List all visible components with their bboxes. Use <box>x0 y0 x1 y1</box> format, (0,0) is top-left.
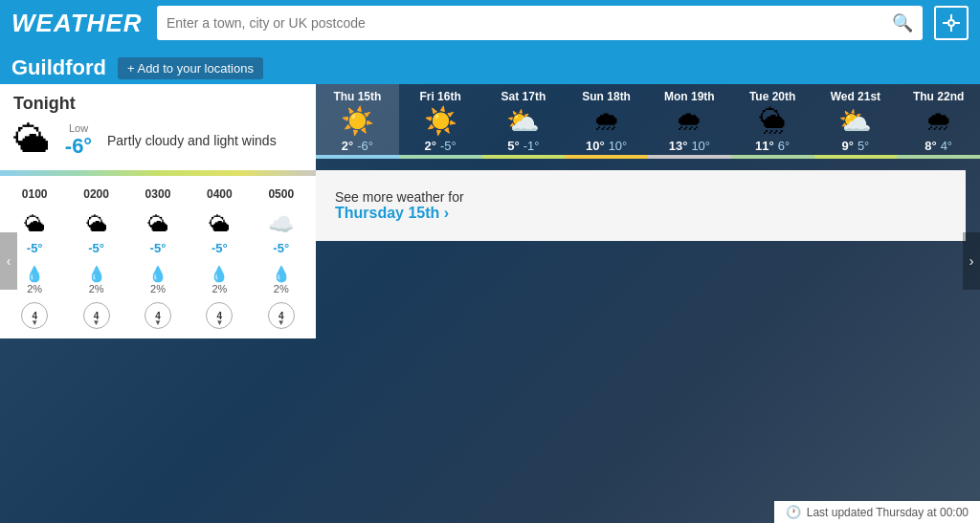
day-label-thu22: Thu 22nd <box>913 90 964 103</box>
day-icon-thu22: 🌧 <box>925 105 952 137</box>
time-0500: 0500 <box>256 187 306 201</box>
precip-pct-3: 2% <box>194 283 244 294</box>
wind-4: 4 ▼ <box>256 302 306 329</box>
precip-pct-4: 2% <box>256 283 306 294</box>
search-button[interactable]: 🔍 <box>892 12 913 33</box>
day-wed21[interactable]: Wed 21st ⛅ 9° 5° <box>814 84 898 159</box>
day-temps-sat17: 5° -1° <box>507 139 539 153</box>
tonight-body: 🌥 Low -6° Partly cloudy and light winds <box>13 120 302 161</box>
tonight-title: Tonight <box>13 94 302 114</box>
wind-3: 4 ▼ <box>194 302 244 329</box>
day-label-mon19: Mon 19th <box>664 90 715 103</box>
precip-icon-3: 💧 <box>194 265 244 283</box>
day-temps-mon19: 13° 10° <box>669 139 710 153</box>
day-sun18[interactable]: Sun 18th 🌧 10° 10° <box>565 84 648 159</box>
day-low-sun18: 10° <box>609 139 628 153</box>
precip-icon-2: 💧 <box>133 265 183 283</box>
search-input[interactable] <box>167 15 892 31</box>
low-label: Low <box>69 122 88 134</box>
day-fri16[interactable]: Fri 16th ☀️ 2° -5° <box>399 84 482 159</box>
search-bar: 🔍 <box>157 6 923 40</box>
add-location-button[interactable]: + Add to your locations <box>118 57 263 79</box>
day-high-sat17: 5° <box>507 139 519 153</box>
prev-arrow-button[interactable]: ‹ <box>0 232 17 290</box>
tonight-temp: Low -6° <box>59 122 98 159</box>
hourly-temp-3: -5° <box>194 241 244 255</box>
hourly-temp-1: -5° <box>72 241 122 255</box>
hourly-temp-2: -5° <box>133 241 183 255</box>
left-panel: Tonight 🌥 Low -6° Partly cloudy and ligh… <box>0 84 321 523</box>
main-content: Tonight 🌥 Low -6° Partly cloudy and ligh… <box>0 84 980 523</box>
next-arrow-button[interactable]: › <box>963 232 980 290</box>
hourly-icon-2: 🌥 <box>133 212 183 237</box>
wind-arrow-3: ▼ <box>215 318 223 327</box>
day-low-tue20: 6° <box>778 139 790 153</box>
see-more-panel: See more weather for Thursday 15th › <box>316 170 966 241</box>
hourly-temps-row: -5° -5° -5° -5° -5° <box>0 239 316 257</box>
crosshair-icon <box>942 13 961 33</box>
precip-icon-4: 💧 <box>256 265 306 283</box>
day-temps-tue20: 11° 6° <box>755 139 790 153</box>
location-name: Guildford <box>11 55 106 80</box>
day-bar-sat17 <box>482 155 566 159</box>
status-bar: 🕐 Last updated Thursday at 00:00 <box>774 501 980 523</box>
hourly-precip-row: 💧 2% 💧 2% 💧 2% 💧 2% 💧 2% <box>0 257 316 296</box>
day-mon19[interactable]: Mon 19th 🌧 13° 10° <box>648 84 731 159</box>
day-thu22[interactable]: Thu 22nd 🌧 8° 4° <box>897 84 980 159</box>
wind-arrow-0: ▼ <box>31 318 38 327</box>
day-temps-fri16: 2° -5° <box>425 139 457 153</box>
day-icon-fri16: ☀️ <box>424 105 457 137</box>
day-low-sat17: -1° <box>523 139 540 153</box>
time-0400: 0400 <box>194 187 244 201</box>
precip-1: 💧 2% <box>72 265 122 294</box>
day-icon-mon19: 🌧 <box>676 105 702 137</box>
day-temps-wed21: 9° 5° <box>841 139 869 153</box>
day-low-wed21: 5° <box>858 139 869 153</box>
day-high-thu15: 2° <box>342 139 353 153</box>
day-low-thu15: -6° <box>357 139 373 153</box>
wind-2: 4 ▼ <box>133 302 183 329</box>
day-label-tue20: Tue 20th <box>749 90 795 103</box>
hourly-wind-row: 4 ▼ 4 ▼ 4 ▼ <box>0 296 316 331</box>
day-low-fri16: -5° <box>440 139 457 153</box>
tonight-card: Tonight 🌥 Low -6° Partly cloudy and ligh… <box>0 84 316 170</box>
wind-1: 4 ▼ <box>72 302 122 329</box>
day-bar-wed21 <box>814 155 898 159</box>
last-updated-text: Last updated Thursday at 00:00 <box>807 506 969 519</box>
precip-2: 💧 2% <box>133 265 183 294</box>
see-more-text: See more weather for <box>335 189 947 205</box>
day-high-thu22: 8° <box>924 139 936 153</box>
day-label-fri16: Fri 16th <box>419 90 460 103</box>
day-low-mon19: 10° <box>691 139 710 153</box>
wind-circle-1: 4 ▼ <box>83 302 110 329</box>
day-temps-sun18: 10° 10° <box>586 139 627 153</box>
see-more-link[interactable]: Thursday 15th › <box>335 205 947 222</box>
day-strip: Thu 15th ☀️ 2° -6° Fri 16th ☀️ 2° -5° Sa… <box>316 84 980 159</box>
day-high-fri16: 2° <box>425 139 436 153</box>
wind-circle-4: 4 ▼ <box>268 302 295 329</box>
time-0300: 0300 <box>133 187 183 201</box>
time-0200: 0200 <box>72 187 122 201</box>
day-temps-thu22: 8° 4° <box>924 139 952 153</box>
day-icon-sat17: ⛅ <box>506 105 540 137</box>
wind-arrow-1: ▼ <box>93 318 100 327</box>
day-thu15[interactable]: Thu 15th ☀️ 2° -6° <box>316 84 399 159</box>
time-0100: 0100 <box>10 187 59 201</box>
hourly-icons-row: 🌥 🌥 🌥 🌥 ☁️ <box>0 205 316 239</box>
day-icon-thu15: ☀️ <box>341 105 374 137</box>
hourly-times-row: 0100 0200 0300 0400 0500 <box>0 184 316 205</box>
precip-3: 💧 2% <box>194 265 244 294</box>
svg-point-0 <box>948 20 954 26</box>
day-icon-tue20: 🌦 <box>759 105 786 137</box>
day-sat17[interactable]: Sat 17th ⛅ 5° -1° <box>482 84 566 159</box>
hourly-icon-4: ☁️ <box>256 212 306 237</box>
day-bar-fri16 <box>399 155 482 159</box>
wind-circle-3: 4 ▼ <box>206 302 233 329</box>
day-tue20[interactable]: Tue 20th 🌦 11° 6° <box>731 84 814 159</box>
my-location-button[interactable] <box>934 6 969 40</box>
day-bar-thu15 <box>316 155 399 159</box>
day-low-thu22: 4° <box>941 139 952 153</box>
hourly-icon-1: 🌥 <box>72 212 122 237</box>
tonight-weather-icon: 🌥 <box>13 120 50 161</box>
day-high-tue20: 11° <box>755 139 774 153</box>
